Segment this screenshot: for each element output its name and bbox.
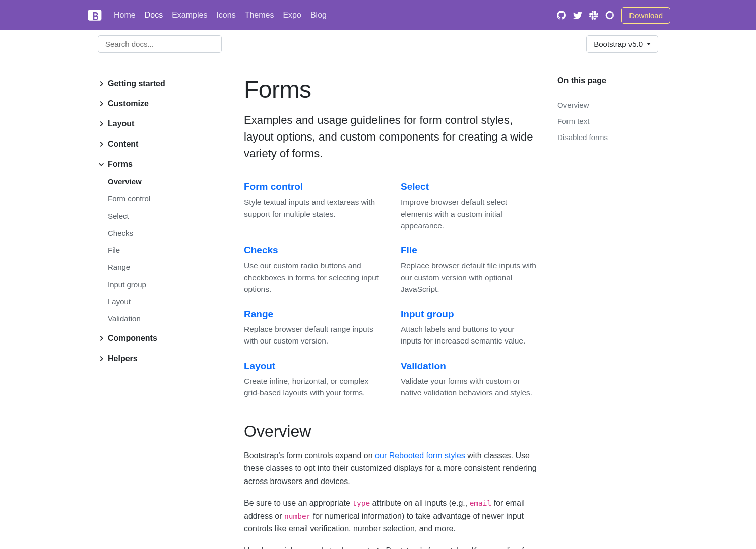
card-link-checks[interactable]: Checks xyxy=(244,245,278,255)
download-button[interactable]: Download xyxy=(621,7,670,24)
sidebar-group-components[interactable]: Components xyxy=(98,329,224,348)
sidebar-group-forms[interactable]: Forms xyxy=(98,155,224,173)
nav-blog[interactable]: Blog xyxy=(310,11,327,19)
sidebar-group-layout[interactable]: Layout xyxy=(98,115,224,133)
top-navbar: Home Docs Examples Icons Themes Expo Blo… xyxy=(0,0,756,30)
toc-item-disabled-forms[interactable]: Disabled forms xyxy=(557,133,608,142)
chevron-right-icon xyxy=(98,80,105,87)
sidebar-item-overview[interactable]: Overview xyxy=(108,177,142,186)
toc-item-form-text[interactable]: Form text xyxy=(557,117,589,125)
sidebar-item-layout[interactable]: Layout xyxy=(108,297,131,306)
primary-nav: Home Docs Examples Icons Themes Expo Blo… xyxy=(114,9,557,21)
rebooted-link[interactable]: our Rebooted form styles xyxy=(375,451,465,460)
sidebar-item-validation[interactable]: Validation xyxy=(108,314,141,323)
sidebar-item-form-control[interactable]: Form control xyxy=(108,194,150,203)
nav-examples[interactable]: Examples xyxy=(172,11,207,19)
nav-docs[interactable]: Docs xyxy=(145,11,163,19)
sidebar-group-label: Layout xyxy=(108,118,134,130)
search-input[interactable] xyxy=(98,35,222,53)
sidebar-item-file[interactable]: File xyxy=(108,246,120,254)
sidebar-item-checks[interactable]: Checks xyxy=(108,229,133,237)
code-email: email xyxy=(470,499,492,507)
twitter-icon[interactable] xyxy=(573,11,582,20)
chevron-right-icon xyxy=(98,355,105,362)
sidebar-group-label: Content xyxy=(108,138,138,150)
card-desc: Replace browser default range inputs wit… xyxy=(244,323,381,347)
opencollective-icon[interactable] xyxy=(605,11,614,20)
toc-item-overview[interactable]: Overview xyxy=(557,101,589,109)
chevron-right-icon xyxy=(98,141,105,148)
table-of-contents: On this page Overview Form text Disabled… xyxy=(557,68,658,549)
code-type: type xyxy=(352,499,370,507)
card-desc: Attach labels and buttons to your inputs… xyxy=(401,323,537,347)
toc-title: On this page xyxy=(557,75,658,92)
card-link-file[interactable]: File xyxy=(401,245,417,255)
chevron-right-icon xyxy=(98,335,105,342)
sidebar-group-label: Forms xyxy=(108,158,133,170)
nav-icons[interactable]: Icons xyxy=(216,11,235,19)
nav-expo[interactable]: Expo xyxy=(283,11,301,19)
sidebar-item-select[interactable]: Select xyxy=(108,212,129,220)
sidebar-group-content[interactable]: Content xyxy=(98,135,224,153)
card-link-select[interactable]: Select xyxy=(401,181,429,192)
card-link-form-control[interactable]: Form control xyxy=(244,181,303,192)
main-content: Forms Examples and usage guidelines for … xyxy=(244,68,537,549)
card-desc: Validate your forms with custom or nativ… xyxy=(401,375,537,399)
card-link-range[interactable]: Range xyxy=(244,309,273,319)
nav-home[interactable]: Home xyxy=(114,11,136,19)
card-desc: Style textual inputs and textareas with … xyxy=(244,196,381,220)
sidebar-group-label: Components xyxy=(108,332,157,345)
brand-logo[interactable] xyxy=(86,6,104,24)
card-desc: Create inline, horizontal, or complex gr… xyxy=(244,375,381,399)
github-icon[interactable] xyxy=(557,11,566,20)
chevron-right-icon xyxy=(98,120,105,127)
page-lead: Examples and usage guidelines for form c… xyxy=(244,112,537,162)
overview-paragraph-2: Be sure to use an appropriate type attri… xyxy=(244,497,537,535)
card-desc: Replace browser default file inputs with… xyxy=(401,260,537,295)
sidebar-item-input-group[interactable]: Input group xyxy=(108,280,146,289)
chevron-right-icon xyxy=(98,100,105,107)
card-link-layout[interactable]: Layout xyxy=(244,361,275,371)
sidebar-group-customize[interactable]: Customize xyxy=(98,95,224,113)
sidebar-group-label: Helpers xyxy=(108,353,138,365)
card-desc: Improve browser default select elements … xyxy=(401,196,537,232)
docs-sidebar: Getting started Customize Layout Content xyxy=(98,68,224,549)
version-selector[interactable]: Bootstrap v5.0 xyxy=(586,35,658,53)
caret-down-icon xyxy=(647,43,651,45)
code-number: number xyxy=(284,512,310,520)
card-link-validation[interactable]: Validation xyxy=(401,361,446,371)
overview-paragraph-1: Bootstrap's form controls expand on our … xyxy=(244,449,537,488)
chevron-down-icon xyxy=(98,161,105,168)
card-desc: Use our custom radio buttons and checkbo… xyxy=(244,260,381,295)
nav-themes[interactable]: Themes xyxy=(245,11,274,19)
sidebar-group-label: Getting started xyxy=(108,78,165,90)
slack-icon[interactable] xyxy=(589,11,598,20)
sidebar-group-helpers[interactable]: Helpers xyxy=(98,350,224,368)
page-title: Forms xyxy=(244,72,537,108)
overview-heading: Overview xyxy=(244,419,537,443)
sidebar-item-range[interactable]: Range xyxy=(108,263,130,271)
docs-subnav: Bootstrap v5.0 xyxy=(0,30,756,58)
overview-paragraph-3: Here's a quick example to demonstrate Bo… xyxy=(244,544,537,549)
card-link-input-group[interactable]: Input group xyxy=(401,309,454,319)
sidebar-group-label: Customize xyxy=(108,98,149,110)
version-label: Bootstrap v5.0 xyxy=(594,40,643,48)
sidebar-group-getting-started[interactable]: Getting started xyxy=(98,75,224,93)
